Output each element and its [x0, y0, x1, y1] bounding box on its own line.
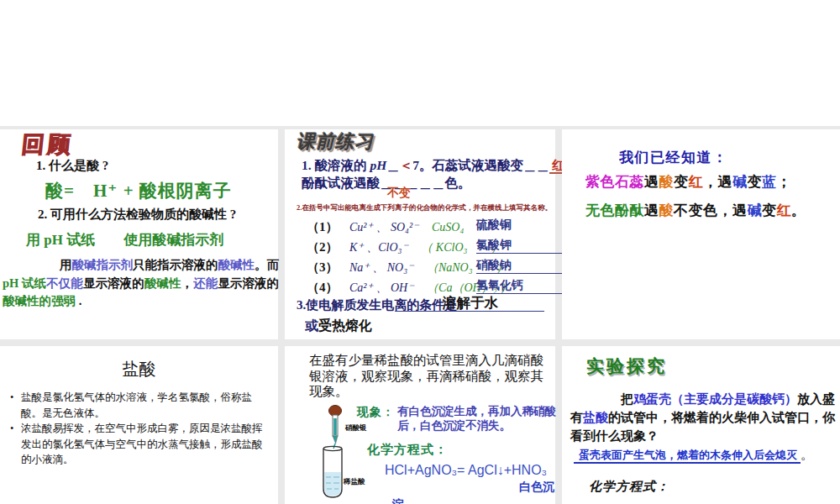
- text-segment: 把: [621, 392, 633, 406]
- text-segment: 不变色，遇: [674, 202, 748, 218]
- text-segment: pH 试纸: [3, 276, 46, 290]
- text-segment: 碱: [748, 202, 763, 218]
- slide-agno3[interactable]: 在盛有少量稀盐酸的试管里滴入几滴硝酸银溶液，观察现象，再滴稀硝酸，观察其现象。 …: [285, 346, 555, 504]
- agno3-intro: 在盛有少量稀盐酸的试管里滴入几滴硝酸银溶液，观察现象，再滴稀硝酸，观察其现象。: [309, 353, 551, 400]
- text-segment: ＿＿: [523, 158, 549, 172]
- text-segment: ，: [181, 276, 194, 290]
- review-question-1: 1. 什么是酸 ?: [36, 158, 108, 174]
- row-ions: K⁺ 、ClO₃⁻: [349, 241, 408, 254]
- text-segment: （主要成分是碳酸钙）: [671, 392, 797, 406]
- row-number: （1）: [307, 220, 339, 234]
- slide-grid: 回顾 1. 什么是酸 ? 酸= H⁺ + 酸根阴离子 2. 可用什么方法检验物质…: [0, 126, 840, 504]
- row-formula-answer: CuSO₄: [432, 221, 464, 234]
- text-segment: 鸡蛋壳: [633, 392, 671, 406]
- text-segment: 变: [762, 202, 777, 218]
- text-segment: 盐酸: [583, 411, 608, 424]
- review-answer-2: 用 pH 试纸 使用酸碱指示剂: [26, 230, 223, 249]
- text-segment: 红: [689, 174, 704, 190]
- text-segment: 显示溶液的: [83, 276, 144, 290]
- text-segment: 。: [791, 202, 806, 218]
- text-segment: 。而: [255, 258, 279, 271]
- slide-exercise[interactable]: 课前练习 1. 酸溶液的 pH＿＜7。石蕊试液遇酸变＿＿红＿色， 酚酞试液遇酸＿…: [285, 129, 555, 339]
- text-segment: 无色酚酞: [585, 202, 644, 218]
- text-segment: 用: [60, 258, 72, 271]
- text-segment: 。石蕊试液遇酸变: [419, 158, 523, 172]
- row-number: （3）: [307, 260, 339, 274]
- text-segment: 酸碱指示剂: [72, 258, 134, 271]
- text-segment: ＿: [386, 158, 400, 172]
- ion-row-1: （1） Cu²⁺ 、 SO₄²⁻ CuSO₄ 硫酸铜: [307, 219, 464, 235]
- text-segment: 遇: [644, 202, 659, 218]
- text-segment: pH: [370, 158, 386, 172]
- slide-hcl[interactable]: 盐酸 盐酸是氯化氢气体的水溶液，学名氢氯酸，俗称盐酸。是无色液体。浓盐酸易挥发，…: [0, 346, 278, 504]
- text-segment: 酸碱性: [218, 258, 255, 271]
- known-title-wordart: 我们已经知道：: [619, 148, 728, 167]
- text-segment: .: [76, 294, 81, 307]
- ion-row-3: （3） Na⁺ 、 NO₃⁻ （NaNO₃ ） 硝酸钠: [307, 260, 508, 276]
- list-item: 盐酸是氯化氢气体的水溶液，学名氢氯酸，俗称盐酸。是无色液体。: [10, 390, 268, 421]
- text-segment: 的试管中，将燃着的火柴伸入试管口，你看到什么现象？: [570, 411, 835, 443]
- row-number: （2）: [307, 240, 339, 254]
- row-name-answer: 硫酸铜: [476, 218, 564, 233]
- exercise-q1-line2: 酚酞试液遇酸＿＿＿＿＿色。: [302, 175, 471, 192]
- row-name-answer: 氢氧化钙: [476, 278, 564, 294]
- text-segment: 显示溶液的: [218, 276, 279, 290]
- text-segment: 紫色石蕊: [585, 174, 644, 190]
- slide-review[interactable]: 回顾 1. 什么是酸 ? 酸= H⁺ + 酸根阴离子 2. 可用什么方法检验物质…: [0, 129, 278, 339]
- review-answer-1: 酸= H⁺ + 酸根阴离子: [45, 179, 232, 202]
- review-title-wordart: 回顾: [20, 129, 76, 160]
- known-line-phenolphthalein: 无色酚酞遇酸不变色，遇碱变红。: [585, 201, 806, 220]
- text-segment: 红: [777, 202, 792, 218]
- dropper-label: 硝酸银: [345, 423, 367, 433]
- known-line-litmus: 紫色石蕊遇酸变红，遇碱变蓝；: [585, 172, 791, 192]
- exercise-q1-line1: 1. 酸溶液的 pH＿＜7。石蕊试液遇酸变＿＿红＿色，: [302, 157, 606, 175]
- text-segment: 酸: [659, 202, 675, 218]
- text-segment: 7: [412, 158, 419, 172]
- text-segment: ＜: [400, 158, 413, 172]
- precipitate-note-line2: 淀: [392, 497, 404, 504]
- text-segment: 变: [748, 174, 763, 190]
- exercise-q3-line2: 或受热熔化: [305, 318, 372, 335]
- text-segment: ，遇: [703, 174, 732, 190]
- answer-blank-line: [395, 297, 544, 312]
- row-name-answer: 氯酸钾: [476, 238, 564, 254]
- text-segment: 碱: [732, 174, 748, 190]
- text-segment: 遇: [644, 174, 659, 190]
- equation-label: 化学方程式：: [589, 479, 669, 495]
- slide-sorter-view: 回顾 1. 什么是酸 ? 酸= H⁺ + 酸根阴离子 2. 可用什么方法检验物质…: [0, 0, 840, 504]
- row-ions: Cu²⁺ 、 SO₄²⁻: [349, 221, 419, 234]
- dropper-liquid: [333, 418, 337, 435]
- tube-liquid: [324, 472, 341, 496]
- exercise-title-wordart: 课前练习: [297, 129, 374, 155]
- row-number: （4）: [307, 281, 339, 294]
- exercise-blank-answer: 不变: [387, 186, 411, 201]
- explore-title-wordart: 实验探究: [586, 354, 667, 378]
- canvas-top-margin: [0, 0, 840, 126]
- text-segment: 酸碱性: [144, 276, 181, 290]
- slide-eggshell[interactable]: 实验探究 把鸡蛋壳（主要成分是碳酸钙）放入盛有盐酸的试管中，将燃着的火柴伸入试管…: [562, 346, 840, 504]
- text-segment: 酸碱性的强弱: [3, 294, 76, 307]
- chemical-equation: HCl+AgNO₃= AgCl↓+HNO₃: [385, 463, 547, 478]
- answer-period: 。: [801, 448, 813, 461]
- text-segment: 不仅能: [46, 276, 83, 290]
- hcl-bullet-list: 盐酸是氯化氢气体的水溶液，学名氢氯酸，俗称盐酸。是无色液体。浓盐酸易挥发，在空气…: [10, 390, 268, 468]
- text-segment: 或: [305, 318, 318, 333]
- eggshell-answer: 蛋壳表面产生气泡，燃着的木条伸入后会熄灭: [579, 449, 797, 461]
- text-segment: 酸: [659, 174, 675, 190]
- list-item: 浓盐酸易挥发，在空气中形成白雾，原因是浓盐酸挥发出的氯化氢气体与空气中的水蒸气接…: [10, 421, 268, 468]
- text-segment: 蓝: [762, 174, 777, 190]
- row-name-answer: 硝酸钠: [476, 258, 564, 274]
- review-paragraph: 用酸碱指示剂只能指示溶液的酸碱性。而 pH 试纸不仅能显示溶液的酸碱性，还能显示…: [3, 256, 279, 311]
- tube-label: 稀盐酸: [344, 477, 365, 487]
- text-segment: 1. 酸溶液的: [302, 158, 370, 172]
- row-ions: Na⁺ 、 NO₃⁻: [349, 261, 413, 274]
- text-segment: 只能指示溶液的: [133, 258, 218, 271]
- text-segment: ；: [777, 174, 792, 190]
- eggshell-question: 把鸡蛋壳（主要成分是碳酸钙）放入盛有盐酸的试管中，将燃着的火柴伸入试管口，你看到…: [570, 390, 836, 445]
- slide-known[interactable]: 我们已经知道： 紫色石蕊遇酸变红，遇碱变蓝； 无色酚酞遇酸不变色，遇碱变红。: [562, 129, 840, 339]
- text-segment: 还能: [193, 276, 218, 290]
- exercise-instruction: 2.在括号中写出能电离生成下列离子的化合物的化学式，并在横线上填写其名称。: [297, 203, 552, 213]
- equation-label: 化学方程式：: [367, 442, 448, 458]
- review-question-2: 2. 可用什么方法检验物质的酸碱性 ?: [38, 207, 236, 223]
- row-ions: Ca²⁺ 、 OH⁻: [349, 281, 414, 294]
